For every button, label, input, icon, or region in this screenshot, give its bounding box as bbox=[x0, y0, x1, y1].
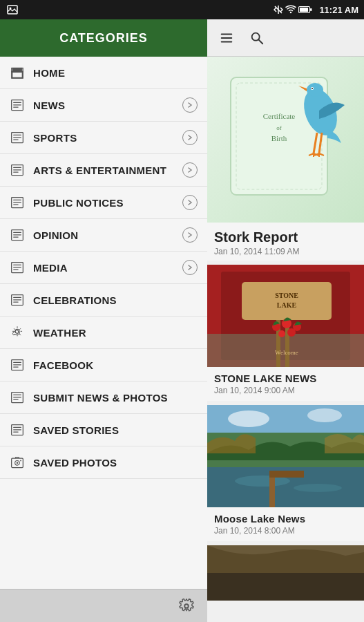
news-icon bbox=[10, 97, 25, 113]
svg-text:STONE: STONE bbox=[275, 292, 298, 299]
sidebar-item-news[interactable]: NEWS bbox=[0, 89, 207, 122]
content-panel: Certificate of Birth bbox=[207, 19, 364, 622]
svg-rect-21 bbox=[13, 169, 21, 170]
svg-rect-58 bbox=[221, 41, 233, 42]
svg-rect-45 bbox=[13, 395, 21, 395]
birth-announcement-image: Certificate of Birth bbox=[207, 57, 364, 223]
svg-rect-33 bbox=[13, 267, 21, 267]
svg-rect-50 bbox=[13, 429, 21, 430]
svg-text:LAKE: LAKE bbox=[277, 301, 297, 309]
menu-list: HOME NEWS SPORTS bbox=[0, 57, 207, 589]
moose-lake-title: Moose Lake News bbox=[214, 513, 357, 525]
moose-lake-date: Jan 10, 2014 8:00 AM bbox=[214, 526, 357, 536]
svg-rect-92 bbox=[269, 474, 275, 507]
svg-rect-47 bbox=[13, 399, 19, 400]
sidebar-item-arts[interactable]: ARTS & ENTERTAINMENT bbox=[0, 154, 207, 187]
saved-photos-icon bbox=[10, 455, 25, 470]
status-icons bbox=[274, 5, 312, 15]
svg-rect-37 bbox=[13, 299, 21, 300]
svg-rect-4 bbox=[310, 8, 312, 11]
sidebar-item-sports-label: SPORTS bbox=[33, 132, 182, 144]
svg-rect-42 bbox=[13, 364, 21, 365]
sidebar-item-home-label: HOME bbox=[33, 67, 198, 79]
mute-icon bbox=[274, 5, 283, 15]
sidebar-item-public-notices[interactable]: PUBLIC NOTICES bbox=[0, 187, 207, 219]
saved-stories-icon bbox=[10, 422, 25, 437]
status-bar: 11:21 AM bbox=[0, 0, 364, 19]
battery-icon bbox=[298, 6, 312, 14]
sidebar-item-celebrations-label: CELEBRATIONS bbox=[33, 294, 198, 306]
sidebar-item-celebrations[interactable]: CELEBRATIONS bbox=[0, 284, 207, 317]
svg-rect-36 bbox=[13, 297, 21, 298]
svg-point-84 bbox=[278, 330, 285, 337]
svg-rect-25 bbox=[13, 202, 21, 202]
svg-rect-46 bbox=[13, 397, 21, 397]
sidebar-item-opinion[interactable]: OPINION bbox=[0, 219, 207, 252]
svg-rect-17 bbox=[13, 137, 21, 138]
sidebar-item-arts-label: ARTS & ENTERTAINMENT bbox=[33, 164, 182, 176]
sidebar-item-facebook[interactable]: FACEBOOK bbox=[0, 349, 207, 381]
svg-rect-18 bbox=[13, 140, 19, 140]
facebook-icon bbox=[10, 357, 25, 373]
sports-arrow bbox=[182, 130, 198, 145]
sidebar-item-public-notices-label: PUBLIC NOTICES bbox=[33, 197, 182, 209]
sidebar-item-weather[interactable]: WEATHER bbox=[0, 317, 207, 349]
sidebar-item-sports[interactable]: SPORTS bbox=[0, 122, 207, 154]
public-notices-icon bbox=[10, 195, 25, 210]
stone-lake-title: STONE LAKE NEWS bbox=[214, 373, 357, 384]
svg-point-94 bbox=[228, 411, 269, 427]
sidebar-header: CATEGORIES bbox=[0, 19, 207, 57]
svg-rect-16 bbox=[13, 135, 21, 135]
content-header bbox=[207, 19, 364, 57]
submit-news-icon bbox=[10, 390, 25, 405]
moose-lake-card-body: Moose Lake News Jan 10, 2014 8:00 AM bbox=[207, 507, 364, 541]
svg-rect-49 bbox=[13, 427, 21, 428]
app-container: CATEGORIES HOME NEWS bbox=[0, 19, 364, 622]
svg-rect-26 bbox=[13, 205, 19, 205]
svg-rect-43 bbox=[13, 367, 19, 368]
svg-point-85 bbox=[287, 328, 296, 337]
stork-report-date: Jan 10, 2014 11:09 AM bbox=[214, 247, 357, 256]
svg-rect-41 bbox=[13, 362, 21, 363]
svg-rect-51 bbox=[13, 432, 19, 433]
stone-lake-photo: STONE LAKE bbox=[207, 265, 364, 367]
svg-text:Birth: Birth bbox=[271, 134, 287, 142]
sidebar-item-media[interactable]: MEDIA bbox=[0, 252, 207, 284]
svg-point-95 bbox=[307, 408, 342, 422]
moose-lake-news-card[interactable]: Moose Lake News Jan 10, 2014 8:00 AM bbox=[207, 405, 364, 541]
svg-line-60 bbox=[259, 39, 263, 44]
arts-icon bbox=[10, 162, 25, 178]
moose-lake-photo bbox=[207, 405, 364, 507]
svg-rect-13 bbox=[13, 104, 21, 105]
sidebar-item-saved-photos[interactable]: SAVED PHOTOS bbox=[0, 446, 207, 479]
hamburger-icon bbox=[219, 30, 234, 46]
sidebar-item-home[interactable]: HOME bbox=[0, 57, 207, 89]
svg-rect-30 bbox=[13, 237, 19, 238]
svg-rect-28 bbox=[13, 232, 21, 233]
content-scrollable[interactable]: Certificate of Birth bbox=[207, 57, 364, 622]
sidebar-title: CATEGORIES bbox=[59, 31, 148, 46]
sidebar-item-saved-stories[interactable]: SAVED STORIES bbox=[0, 414, 207, 446]
stork-report-title: Stork Report bbox=[214, 229, 357, 245]
celebrations-icon bbox=[10, 292, 25, 308]
sidebar-item-facebook-label: FACEBOOK bbox=[33, 359, 198, 371]
sidebar-item-news-label: NEWS bbox=[33, 100, 182, 111]
sidebar-item-submit-news[interactable]: SUBMIT NEWS & PHOTOS bbox=[0, 381, 207, 414]
svg-rect-93 bbox=[269, 471, 304, 478]
partial-card-image bbox=[207, 545, 364, 601]
stone-lake-news-card[interactable]: STONE LAKE bbox=[207, 265, 364, 401]
partial-bottom-card bbox=[207, 545, 364, 601]
svg-point-70 bbox=[312, 88, 313, 89]
stone-lake-date: Jan 10, 2014 9:00 AM bbox=[214, 386, 357, 395]
svg-rect-29 bbox=[13, 234, 21, 235]
status-time: 11:21 AM bbox=[319, 5, 358, 15]
svg-rect-0 bbox=[8, 6, 17, 14]
settings-button[interactable] bbox=[175, 595, 198, 617]
moose-lake-illustration bbox=[207, 405, 364, 507]
sidebar-item-media-label: MEDIA bbox=[33, 262, 182, 274]
svg-rect-20 bbox=[13, 167, 21, 168]
hamburger-button[interactable] bbox=[214, 26, 239, 50]
svg-rect-5 bbox=[300, 8, 308, 12]
svg-point-59 bbox=[252, 32, 260, 40]
search-button[interactable] bbox=[245, 26, 269, 50]
